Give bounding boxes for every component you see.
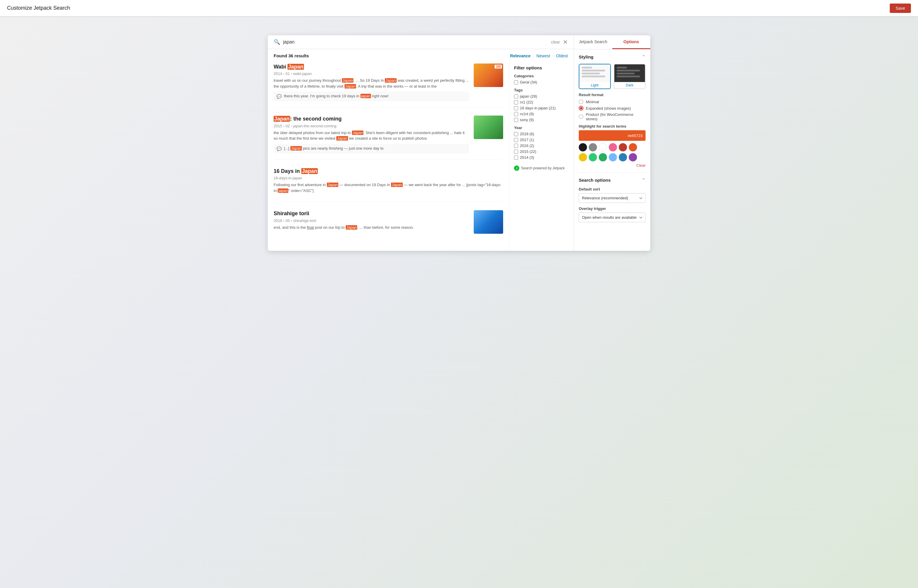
result-breadcrumb: 16-days-in-japan xyxy=(274,176,503,180)
search-bar: 🔍 clear ✕ xyxy=(268,35,574,49)
highlight-label: Highlight for search terms xyxy=(579,124,646,128)
result-breadcrumb: 2018 › 05 › shirahige-torii xyxy=(274,218,469,223)
swatch-mint[interactable] xyxy=(589,153,597,162)
categories-label: Categories xyxy=(514,74,569,78)
swatch-green[interactable] xyxy=(599,153,607,162)
clear-search-button[interactable]: clear xyxy=(551,40,560,44)
product-radio[interactable] xyxy=(579,115,583,119)
tag-checkbox[interactable] xyxy=(514,118,518,122)
save-button[interactable]: Save xyxy=(890,3,911,13)
year-checkbox[interactable] xyxy=(514,132,518,136)
expanded-radio[interactable] xyxy=(579,106,583,111)
right-panel: Jetpack Search Options Styling ⌃ xyxy=(574,35,650,251)
result-content: Shirahige torii 2018 › 05 › shirahige-to… xyxy=(274,210,469,234)
product-label: Product (for WooCommerce stores) xyxy=(586,112,646,121)
result-comment: 💬 there this year. I'm going to check 19… xyxy=(274,91,469,101)
tab-jetpack-search[interactable]: Jetpack Search xyxy=(574,35,612,49)
results-header: Found 36 results Relevance · Newest · Ol… xyxy=(268,49,574,61)
default-sort-label: Default sort xyxy=(579,187,646,191)
style-card-dark[interactable]: Dark xyxy=(614,64,646,89)
color-preview[interactable]: #e65723 xyxy=(579,130,646,141)
filter-year-item: 2014 (3) xyxy=(514,155,569,160)
search-options-header: Search options ⌃ xyxy=(579,177,646,183)
dark-label[interactable]: Dark xyxy=(614,82,645,89)
year-checkbox[interactable] xyxy=(514,144,518,148)
filter-tag-item: sony (9) xyxy=(514,118,569,122)
search-options-title: Search options xyxy=(579,178,610,183)
light-label[interactable]: Light xyxy=(580,82,610,89)
minimal-label: Minimal xyxy=(586,100,599,104)
color-swatches xyxy=(579,143,646,152)
result-format-label: Result format xyxy=(579,93,646,97)
swatch-black[interactable] xyxy=(579,143,587,152)
year-checkbox[interactable] xyxy=(514,138,518,142)
overlay-trigger-select[interactable]: Open when results are available Open imm… xyxy=(579,213,646,222)
swatch-purple[interactable] xyxy=(629,153,637,162)
result-content: Wabi Japan 2014 › 01 › wabi-japan travel… xyxy=(274,63,469,101)
styling-collapse-button[interactable]: ⌃ xyxy=(642,54,646,60)
search-options-collapse-button[interactable]: ⌃ xyxy=(642,177,646,183)
close-search-button[interactable]: ✕ xyxy=(563,39,568,45)
swatch-orange[interactable] xyxy=(629,143,637,152)
sort-options: Relevance · Newest · Oldest xyxy=(510,53,568,58)
filter-category-item: Geral (34) xyxy=(514,80,569,84)
filter-title: Filter options xyxy=(514,65,569,70)
swatch-pink[interactable] xyxy=(609,143,617,152)
result-item: Wabi Japan 2014 › 01 › wabi-japan travel… xyxy=(274,63,503,107)
filter-year-item: 2016 (2) xyxy=(514,144,569,148)
year-checkbox[interactable] xyxy=(514,155,518,160)
result-breadcrumb: 2014 › 01 › wabi-japan xyxy=(274,71,469,76)
swatch-yellow[interactable] xyxy=(579,153,587,162)
comment-icon: 💬 xyxy=(277,94,282,99)
year-label: Year xyxy=(514,126,569,130)
result-breadcrumb: 2015 › 02 › japan-the-second-coming xyxy=(274,124,469,128)
year-checkbox[interactable] xyxy=(514,150,518,154)
search-input[interactable] xyxy=(283,39,548,45)
sort-relevance[interactable]: Relevance xyxy=(510,53,531,58)
format-minimal: Minimal xyxy=(579,99,646,104)
highlight-term: Japan xyxy=(287,64,304,69)
swatch-gray[interactable] xyxy=(589,143,597,152)
tag-checkbox[interactable] xyxy=(514,106,518,110)
result-excerpt: end, and this is the final post on our t… xyxy=(274,225,469,231)
style-card-light[interactable]: Light xyxy=(579,64,611,89)
sort-oldest[interactable]: Oldest xyxy=(556,53,568,58)
tag-checkbox[interactable] xyxy=(514,100,518,104)
tag-checkbox[interactable] xyxy=(514,94,518,99)
style-cards: Light Dark xyxy=(579,64,646,89)
result-content: Japan: the second coming 2015 › 02 › jap… xyxy=(274,116,469,153)
styling-section: Styling ⌃ Light xyxy=(574,49,650,173)
filter-tag-item: japan (28) xyxy=(514,94,569,99)
swatch-white[interactable] xyxy=(599,143,607,152)
results-list: Wabi Japan 2014 › 01 › wabi-japan travel… xyxy=(268,61,509,251)
result-item: Shirahige torii 2018 › 05 › shirahige-to… xyxy=(274,210,503,240)
expanded-label: Expanded (shows images) xyxy=(586,106,631,111)
panel-tabs: Jetpack Search Options xyxy=(574,35,650,49)
filter-tag-item: 16 days in japan (21) xyxy=(514,106,569,110)
swatch-red[interactable] xyxy=(619,143,627,152)
minimal-radio[interactable] xyxy=(579,99,583,104)
filter-sidebar: Filter options Categories Geral (34) Tag… xyxy=(509,61,574,251)
category-checkbox[interactable] xyxy=(514,80,518,84)
tab-options[interactable]: Options xyxy=(612,35,651,49)
search-options-section: Search options ⌃ Default sort Relevance … xyxy=(574,173,650,227)
result-title: Wabi Japan xyxy=(274,63,469,70)
result-title: Japan: the second coming xyxy=(274,116,469,122)
main-container: 🔍 clear ✕ Found 36 results Relevance · N… xyxy=(268,35,650,251)
sort-newest[interactable]: Newest xyxy=(536,53,550,58)
swatch-blue[interactable] xyxy=(619,153,627,162)
clear-color-button[interactable]: Clear xyxy=(579,163,646,168)
filter-year-item: 2015 (22) xyxy=(514,149,569,154)
result-content: 16 Days in Japan 16-days-in-japan Follow… xyxy=(274,168,503,196)
tag-checkbox[interactable] xyxy=(514,112,518,116)
default-sort-select[interactable]: Relevance (recommended) Newest Oldest xyxy=(579,193,646,203)
result-image xyxy=(474,210,503,234)
result-excerpt: the über delayed photos from our latest … xyxy=(274,130,469,141)
tags-label: Tags xyxy=(514,88,569,92)
search-icon: 🔍 xyxy=(274,39,280,45)
content-area: Wabi Japan 2014 › 01 › wabi-japan travel… xyxy=(268,61,574,251)
result-item: Japan: the second coming 2015 › 02 › jap… xyxy=(274,116,503,159)
light-preview xyxy=(580,65,610,82)
swatch-light-blue[interactable] xyxy=(609,153,617,162)
result-title: 16 Days in Japan xyxy=(274,168,503,174)
